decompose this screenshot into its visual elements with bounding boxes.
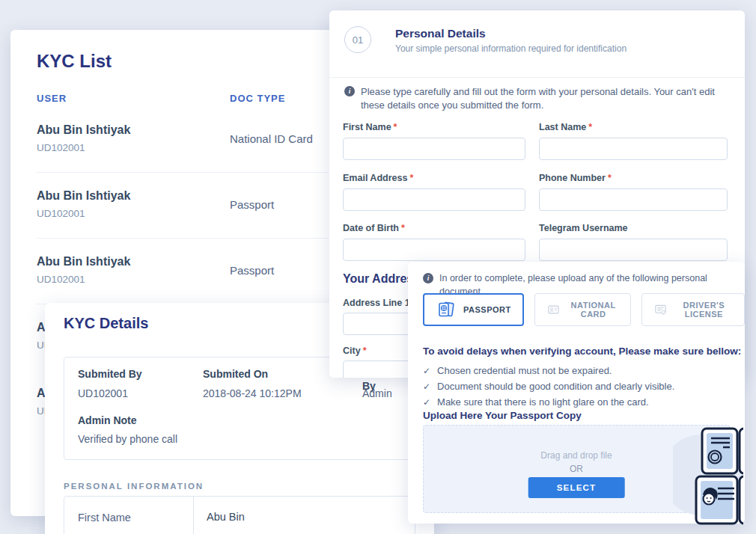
required-mark: * [401,223,405,233]
kyc-list-title: KYC List [37,51,112,72]
drivers-license-icon [653,301,668,318]
table-column-divider [193,497,194,534]
doc-option-label: DRIVER'S LICENSE [675,301,733,319]
kyc-list-row[interactable]: Abu Bin Ishtiyak UD102001 Passport [37,189,340,239]
submitted-by-label: Submited By [78,368,142,380]
personal-information-table: First Name Abu Bin [64,496,415,534]
step-number-badge: 01 [344,26,371,53]
submitted-on-value: 2018-08-24 10:12PM [203,387,302,399]
info-row-value: Abu Bin [207,511,245,523]
document-type-options: PASSPORT NATIONAL CARD DRIVER'S LICENSE [423,293,745,326]
email-address-label: Email Address* [343,173,413,183]
national-card-icon [546,301,561,318]
admin-note-value: Verified by phone call [78,433,177,445]
user-name: Abu Bin Ishtiyak [37,189,130,203]
kyc-details-title: KYC Details [64,315,148,332]
kyc-admin-page: { "icons": { "check": "✓", "info": "i" }… [0,0,756,534]
user-id: UD102001 [37,208,85,219]
date-of-birth-label: Date of Birth* [343,223,405,233]
date-of-birth-input[interactable] [343,239,525,261]
check-icon: ✓ [423,381,430,392]
first-name-label: First Name* [343,122,397,132]
upload-heading: Upload Here Your Passport Copy [423,410,582,421]
passport-option-button[interactable]: PASSPORT [423,293,524,326]
user-name: Abu Bin Ishtiyak [37,255,130,268]
checklist-item: ✓ Chosen credential must not be expaired… [423,365,612,376]
note-text: Please type carefully and fill out the f… [361,85,722,112]
column-header-doc-type: DOC TYPE [230,93,285,104]
required-mark: * [394,122,397,132]
last-name-input[interactable] [539,138,728,160]
address-line-1-label: Address Line 1* [343,298,416,308]
personal-information-heading: PERSONAL INFORMATION [64,482,204,491]
telegram-username-input[interactable] [539,239,728,261]
row-divider [37,172,329,173]
user-name: Abu Bin Ishtiyak [37,123,130,137]
user-id: UD102001 [37,142,85,153]
phone-number-input[interactable] [539,188,728,211]
row-divider [37,238,329,239]
user-id: UD102001 [37,274,85,285]
admin-note-label: Admin Note [78,414,137,426]
required-mark: * [409,173,413,183]
doc-type: National ID Card [230,132,313,145]
checked-by-value: Admin [362,387,392,399]
doc-type: Passport [230,198,274,211]
checklist-item: ✓ Make sure that there is no light glare… [423,396,649,408]
column-header-user: USER [37,93,67,104]
submitted-by-value: UD102001 [78,387,128,399]
info-icon: i [344,86,355,96]
required-mark: * [608,173,612,183]
select-file-button[interactable]: SELECT [528,477,625,498]
personal-details-title: Personal Details [395,27,486,40]
kyc-list-row[interactable]: Abu Bin Ishtiyak UD102001 National ID Ca… [37,123,340,173]
info-icon: i [423,273,433,283]
personal-details-subtitle: Your simple personal information require… [395,43,627,54]
checklist-item: ✓ Document should be good condition and … [423,381,674,392]
first-name-input[interactable] [343,138,525,160]
checklist-heading: To avoid delays when verifying account, … [423,346,741,357]
doc-option-label: PASSPORT [463,305,511,314]
form-info-note: i Please type carefully and fill out the… [344,85,722,112]
submitted-on-label: Submited On [203,368,268,380]
last-name-label: Last Name* [539,122,592,132]
telegram-username-label: Telegram Username [539,223,630,233]
info-row-label: First Name [78,512,131,524]
phone-number-label: Phone Number* [539,173,612,183]
required-mark: * [588,122,592,132]
check-icon: ✓ [423,366,430,376]
kyc-list-row[interactable]: Abu Bin Ishtiyak UD102001 Passport [37,255,340,304]
header-divider [329,77,745,78]
drivers-license-option-button[interactable]: DRIVER'S LICENSE [641,293,745,326]
city-label: City* [343,346,367,356]
id-cards-graphic [673,423,743,529]
national-card-option-button[interactable]: NATIONAL CARD [534,293,631,326]
id-cards-illustration [673,423,743,529]
required-mark: * [363,346,367,356]
email-address-input[interactable] [343,188,525,211]
passport-icon [436,301,456,318]
check-icon: ✓ [423,397,430,408]
doc-type: Passport [230,264,274,277]
doc-option-label: NATIONAL CARD [568,301,619,319]
